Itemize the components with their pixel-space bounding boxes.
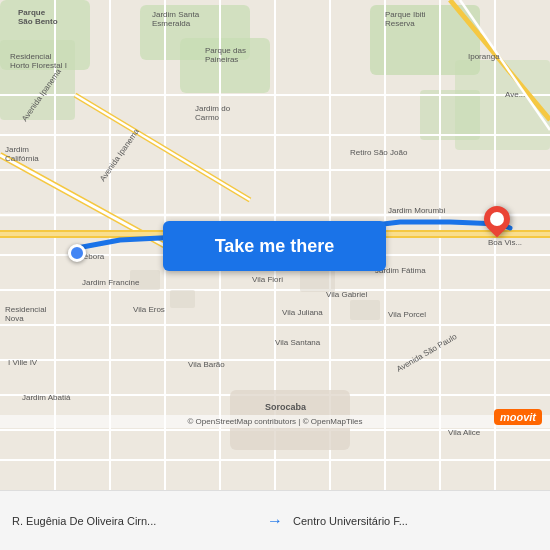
bottom-bar: R. Eugênia De Oliveira Cirn... → Centro … — [0, 490, 550, 550]
destination-marker — [484, 206, 510, 238]
label-retiro-sao-joao: Retiro São João — [350, 148, 407, 157]
label-jardim-abatia: Jardim Abatiá — [22, 393, 70, 402]
label-ville-iv: I Ville IV — [8, 358, 37, 367]
take-me-there-button[interactable]: Take me there — [163, 221, 386, 271]
label-vila-fiori: Vila Fiori — [252, 275, 283, 284]
label-residencial-nova: ResidencialNova — [5, 305, 46, 323]
moovit-logo: moovit — [494, 409, 542, 425]
label-parque-paineiras: Parque dasPaineiras — [205, 46, 246, 64]
label-jardim-morumbi: Jardim Morumbi — [388, 206, 445, 215]
destination-pin — [479, 201, 516, 238]
arrow-icon: → — [267, 512, 283, 530]
label-vila-alice: Vila Alice — [448, 428, 480, 437]
svg-rect-38 — [300, 270, 335, 292]
label-jardim-santa: Jardim SantaEsmeralda — [152, 10, 199, 28]
label-vila-eros: Vila Eros — [133, 305, 165, 314]
origin-marker — [68, 244, 86, 262]
map-container: ParqueSão Bento Jardim SantaEsmeralda Pa… — [0, 0, 550, 490]
label-sorocaba: Sorocaba — [265, 402, 306, 412]
label-vila-santana: Vila Santana — [275, 338, 320, 347]
svg-rect-37 — [170, 290, 195, 308]
svg-rect-39 — [350, 300, 380, 320]
label-jardim-francine: Jardim Francine — [82, 278, 139, 287]
label-iporanga: Iporanga — [468, 52, 500, 61]
label-res-horto: ResidencialHorto Florestal I — [10, 52, 67, 70]
label-vila-juliana: Vila Juliana — [282, 308, 323, 317]
label-jardim-california: JardimCalifórnia — [5, 145, 39, 163]
map-attribution: © OpenStreetMap contributors | © OpenMap… — [0, 415, 550, 428]
label-vila-porcel: Vila Porcel — [388, 310, 426, 319]
destination-text: Centro Universitário F... — [293, 515, 538, 527]
origin-text: R. Eugênia De Oliveira Cirn... — [12, 515, 257, 527]
label-parque-ibiti: Parque IbitiReserva — [385, 10, 425, 28]
attribution-text: © OpenStreetMap contributors | © OpenMap… — [188, 417, 363, 426]
take-me-there-label: Take me there — [215, 236, 335, 257]
label-ave-right: Ave... — [505, 90, 525, 99]
label-vila-gabriel: Vila Gabriel — [326, 290, 367, 299]
moovit-label: moovit — [500, 411, 536, 423]
label-jardim-carmo: Jardim doCarmo — [195, 104, 230, 122]
destination-dot — [487, 209, 507, 229]
label-vila-barao: Vila Barão — [188, 360, 225, 369]
label-parque-sao-bento: ParqueSão Bento — [18, 8, 58, 26]
label-boa-vis: Boa Vis... — [488, 238, 522, 247]
